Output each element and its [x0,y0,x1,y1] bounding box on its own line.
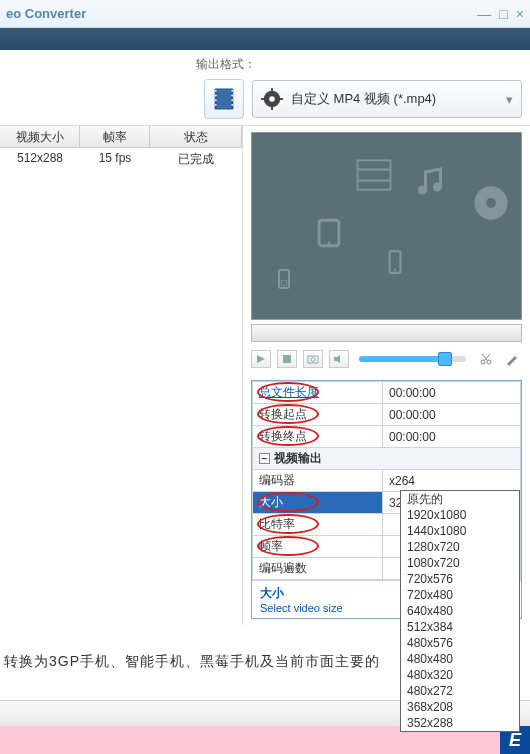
svg-point-21 [433,183,442,192]
svg-point-23 [486,198,496,208]
ipod-icon [272,263,296,295]
disc-icon [471,183,511,223]
svg-point-12 [269,96,275,102]
cut-button[interactable] [476,350,496,368]
table-row[interactable]: 512x288 15 fps 已完成 [0,148,242,170]
toolbar-stripe [0,28,530,50]
size-option[interactable]: 512x384 [401,619,519,635]
svg-point-3 [215,90,217,92]
volume-slider[interactable] [359,356,466,362]
size-option[interactable]: 480x320 [401,667,519,683]
cell-status: 已完成 [150,148,242,170]
tablet-icon [312,213,346,253]
chevron-down-icon: ▾ [506,92,513,107]
svg-point-29 [394,269,396,271]
format-film-icon[interactable] [204,79,244,119]
total-length-label[interactable]: 总文件长度 [253,382,383,404]
svg-point-8 [231,95,233,97]
framerate-label: 帧率 [253,536,383,558]
mute-button[interactable] [329,350,349,368]
snapshot-button[interactable] [303,350,323,368]
close-button[interactable]: × [516,6,524,22]
scrub-bar[interactable] [251,324,522,342]
encoder-label: 编码器 [253,470,383,492]
svg-point-20 [418,186,427,195]
film-icon [352,153,396,197]
minimize-button[interactable]: — [477,6,491,22]
svg-rect-2 [217,91,231,107]
svg-point-4 [215,95,217,97]
end-point-label: 转换终点 [253,426,383,448]
start-point-label: 转换起点 [253,404,383,426]
maximize-button[interactable]: □ [499,6,507,22]
size-option[interactable]: 1440x1080 [401,523,519,539]
end-point-value[interactable]: 00:00:00 [383,426,521,448]
output-format-dropdown[interactable]: 自定义 MP4 视频 (*.mp4) ▾ [252,80,522,118]
video-output-section[interactable]: −视频输出 [253,448,521,470]
size-label[interactable]: 大小 [253,492,383,514]
size-option[interactable]: 1920x1080 [401,507,519,523]
file-list-panel: 视频大小 帧率 状态 512x288 15 fps 已完成 [0,126,243,625]
svg-marker-30 [257,355,265,363]
svg-rect-13 [271,88,273,92]
stop-button[interactable] [277,350,297,368]
svg-point-33 [311,358,315,362]
size-option[interactable]: 1080x720 [401,555,519,571]
passes-label: 编码遍数 [253,558,383,580]
svg-rect-16 [279,98,283,100]
gear-icon [261,88,283,110]
size-option[interactable]: 720x576 [401,571,519,587]
phone-icon [382,243,408,281]
size-option[interactable]: 720x480 [401,587,519,603]
total-length-value: 00:00:00 [383,382,521,404]
col-header-status[interactable]: 状态 [150,126,242,147]
size-option[interactable]: 480x272 [401,683,519,699]
svg-point-10 [231,104,233,106]
svg-marker-34 [334,355,340,363]
cell-size: 512x288 [0,148,80,170]
svg-rect-15 [261,98,265,100]
size-option[interactable]: 1280x720 [401,539,519,555]
collapse-icon[interactable]: − [259,453,270,464]
cell-fps: 15 fps [80,148,150,170]
size-option[interactable]: 原先的 [401,491,519,507]
svg-point-5 [215,99,217,101]
encoder-value[interactable]: x264 [383,470,521,492]
svg-rect-14 [271,106,273,110]
svg-rect-31 [283,355,291,363]
bitrate-label: 比特率 [253,514,383,536]
svg-point-7 [231,90,233,92]
video-preview[interactable] [251,132,522,320]
output-format-row: 输出格式： [0,50,530,79]
svg-point-9 [231,99,233,101]
col-header-fps[interactable]: 帧率 [80,126,150,147]
output-format-label: 输出格式： [196,56,256,73]
column-headers: 视频大小 帧率 状态 [0,126,242,148]
svg-rect-17 [358,160,391,189]
size-option[interactable]: 480x480 [401,651,519,667]
size-option[interactable]: 640x480 [401,603,519,619]
svg-point-6 [215,104,217,106]
music-icon [412,163,448,199]
output-format-value: 自定义 MP4 视频 (*.mp4) [291,90,436,108]
size-dropdown-list[interactable]: 原先的1920x10801440x10801280x7201080x720720… [400,490,520,732]
size-option[interactable]: 368x208 [401,699,519,715]
titlebar: eo Converter — □ × [0,0,530,28]
play-button[interactable] [251,350,271,368]
transport-controls [251,348,522,370]
svg-point-27 [281,280,287,286]
col-header-size[interactable]: 视频大小 [0,126,80,147]
svg-rect-26 [279,270,289,288]
edit-button[interactable] [502,350,522,368]
svg-point-25 [328,242,331,245]
app-title: eo Converter [6,6,86,21]
window-buttons: — □ × [477,6,524,22]
size-option[interactable]: 480x576 [401,635,519,651]
size-option[interactable]: 352x288 [401,715,519,731]
start-point-value[interactable]: 00:00:00 [383,404,521,426]
